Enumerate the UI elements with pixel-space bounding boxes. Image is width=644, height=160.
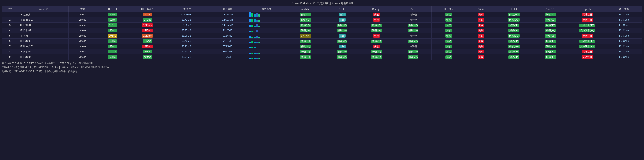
col-header-10: Disney+ <box>358 7 395 12</box>
node-name: KF 新加坡 02 <box>18 44 69 49</box>
bar-segment <box>256 58 258 59</box>
netflix-status: 自制 <box>326 44 358 49</box>
youtube-status: 解锁(SG) <box>285 17 326 23</box>
youtube-status: 解锁(SG) <box>285 12 326 17</box>
chatgpt-status: 解锁(SG) <box>532 12 569 17</box>
bar-segment <box>256 36 258 38</box>
bilibili-status: 失败 <box>466 33 496 39</box>
bar-segment <box>249 25 251 27</box>
bar-segment <box>254 14 256 17</box>
max-speed: 71.14MB <box>207 39 248 44</box>
udp-type: FullCone <box>606 12 642 17</box>
bar-segment <box>254 20 256 22</box>
tiktok-status: 解锁(SG) <box>496 12 532 17</box>
disney-status: 失败 <box>358 12 395 17</box>
bar-segment <box>256 13 258 17</box>
netflix-status: 自制 <box>326 33 358 39</box>
spotify-status: 无法注册 <box>569 12 606 17</box>
tiktok-status: 解锁(SG) <box>496 44 532 49</box>
dazn-status: 待解锁 <box>395 44 432 49</box>
table-body: 1KF 新加坡 01Vmess92ms587ms127.01MB145.15MB… <box>2 12 642 60</box>
https-ping: 371ms <box>129 17 166 23</box>
col-header-7: 每秒速度 <box>248 7 285 12</box>
results-table: 序号节点名称类型TLS RTTHTTPS延迟平均速度最高速度每秒速度YouTub… <box>2 6 642 60</box>
bilibili-status: 失败 <box>466 44 496 49</box>
bar-segment <box>252 58 253 59</box>
bar-segment <box>249 31 251 33</box>
bar-segment <box>258 37 260 38</box>
bar-segment <box>252 19 253 22</box>
bar-segment <box>249 36 251 38</box>
tiktok-status: 解锁(SG) <box>496 17 532 23</box>
col-header-16: Spotify <box>569 7 606 12</box>
speed-bar <box>248 23 285 28</box>
col-header-1: 节点名称 <box>18 7 69 12</box>
disney-status: 解锁(JP) <box>358 23 395 28</box>
chatgpt-status: 解锁(JP) <box>532 54 569 60</box>
bar-segment <box>254 47 256 48</box>
hbo-status: 解锁 <box>432 44 466 49</box>
hbo-status: 解锁 <box>432 39 466 44</box>
footer-note2: 主端=4.3.3 (696) 喵速=4.3.4 (↑东北-辽宁移动云 [5Gbp… <box>2 65 642 69</box>
netflix-status: 解锁(JP) <box>326 28 358 33</box>
tiktok-status: 解锁(JP) <box>496 49 532 54</box>
bar-segment <box>256 20 258 22</box>
netflix-status: 自制 <box>326 12 358 17</box>
dazn-status: 解锁(JP) <box>395 28 432 33</box>
bar-segment <box>256 48 258 49</box>
bar-segment <box>254 37 256 38</box>
netflix-status: 解锁(JP) <box>326 23 358 28</box>
dazn-status: 解锁(JP) <box>395 49 432 54</box>
bar-segment <box>256 24 258 27</box>
footer: ☑ 已核实 TLS 证书。TLS RTT 为单次数据交换延迟， HTTPS Pi… <box>2 61 642 74</box>
speed-bar <box>248 44 285 49</box>
https-ping: 420ms <box>129 54 166 60</box>
speed-bar <box>248 49 285 54</box>
https-ping: 1050ms <box>129 33 166 39</box>
bar-segment <box>256 53 258 54</box>
chatgpt-status: 解锁(JP) <box>532 28 569 33</box>
bar-segment <box>258 26 260 27</box>
netflix-status: 自制 <box>326 17 358 23</box>
col-header-12: Hbo Max <box>432 7 466 12</box>
tls-rtt: 85ms <box>96 39 129 44</box>
dazn-status: 解锁(JP) <box>395 54 432 60</box>
hbo-status: 解锁 <box>432 23 466 28</box>
tiktok-status: 解锁(JP) <box>496 54 532 60</box>
table-row: 4KF 日本 02Vmess93ms1417ms25.25MB72.47MB解锁… <box>2 28 642 33</box>
table-row: 7KF 新加坡 02Vmess97ms1392ms40.93MB57.95MB解… <box>2 44 642 49</box>
bar-segment <box>252 53 253 54</box>
col-header-3: TLS RTT <box>96 7 129 12</box>
speed-bar <box>248 28 285 33</box>
youtube-status: 送中(CN) <box>285 33 326 39</box>
spotify-status: 允许注册(JP) <box>569 39 606 44</box>
col-header-0: 序号 <box>2 7 18 12</box>
table-header: 序号节点名称类型TLS RTTHTTPS延迟平均速度最高速度每秒速度YouTub… <box>2 7 642 12</box>
bar-segment <box>254 26 256 27</box>
dazn-status: 解锁(JP) <box>395 39 432 44</box>
node-name: KF 日本 05 <box>18 49 69 54</box>
node-name: KF 日本 03 <box>18 39 69 44</box>
max-speed: 140.74MB <box>207 23 248 28</box>
node-name: KF 日本 04 <box>18 54 69 60</box>
bar-segment <box>258 14 260 17</box>
tiktok-status: 解锁(US) <box>496 33 532 39</box>
col-header-9: Netflix <box>326 7 358 12</box>
title-bar: *.*.com-9899 - MiaoKo 自定义测试 | ffqtest - … <box>2 1 642 6</box>
max-speed: 145.15MB <box>207 12 248 17</box>
bar-segment <box>252 25 253 27</box>
https-ping: 587ms <box>129 12 166 17</box>
tls-rtt: 97ms <box>96 44 129 49</box>
tls-rtt: 92ms <box>96 17 129 23</box>
spotify-status: 允许注册(JP) <box>569 28 606 33</box>
chatgpt-status: 解锁(JP) <box>532 39 569 44</box>
col-header-2: 类型 <box>69 7 96 12</box>
dazn-status: 解锁(JP) <box>395 23 432 28</box>
avg-speed: 39.49MB <box>166 39 207 44</box>
bar-segment <box>254 53 256 54</box>
table-row: 1KF 新加坡 01Vmess92ms587ms127.01MB145.15MB… <box>2 12 642 17</box>
tls-rtt: 99ms <box>96 54 129 60</box>
bar-segment <box>249 12 251 17</box>
bar-segment <box>252 42 253 43</box>
disney-status: 解锁(JP) <box>358 54 395 60</box>
